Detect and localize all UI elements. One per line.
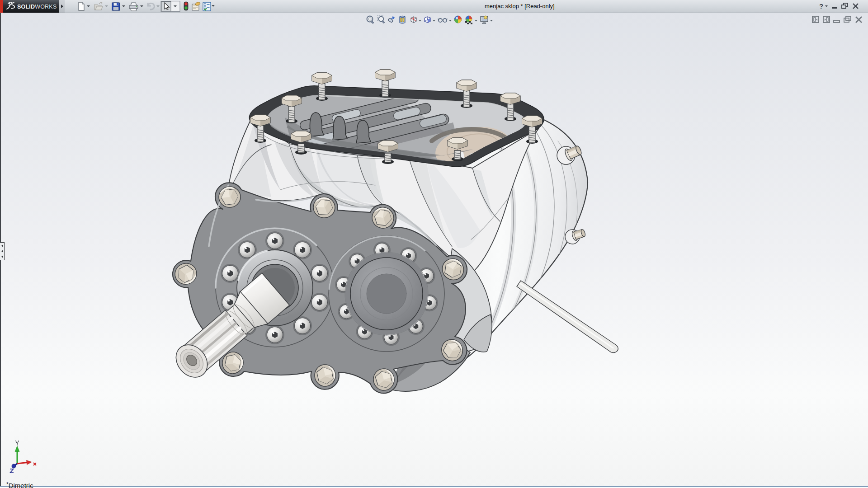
svg-text:SOLIDWORKS: SOLIDWORKS: [17, 4, 57, 10]
svg-text:?: ?: [819, 2, 823, 10]
